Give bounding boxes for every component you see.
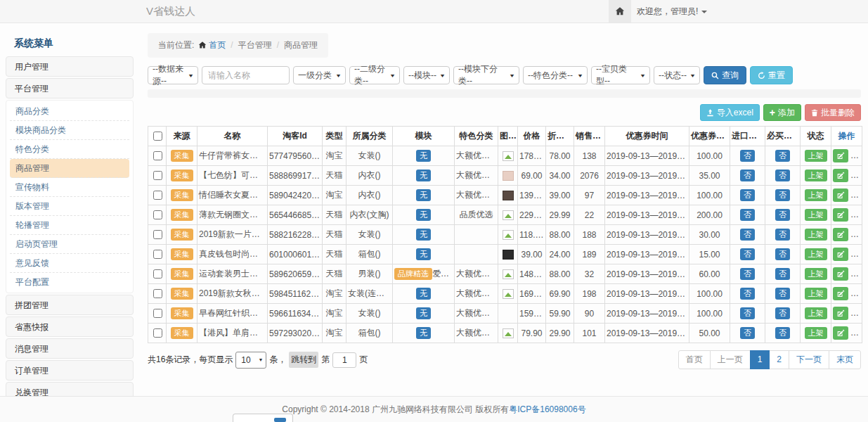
status-cell: 上架 [801, 205, 831, 225]
column-header: 优惠券金额 [689, 127, 730, 146]
user-menu[interactable]: 欢迎您，管理员! [637, 0, 707, 23]
edit-button[interactable] [833, 228, 848, 241]
sidebar-subitem[interactable]: 意见反馈 [10, 254, 129, 273]
sidebar-item[interactable]: 订单管理 [6, 360, 134, 381]
batch-delete-button[interactable]: 批量删除 [805, 104, 861, 121]
table-row: 采集情侣睡衣女夏丝绸男士...589042420344淘宝内衣()无大额优惠券1… [148, 186, 862, 205]
edit-button[interactable] [833, 287, 848, 300]
chevron-down-icon: ▼ [439, 73, 446, 78]
must-buy-badge[interactable]: 否 [775, 327, 790, 339]
import-optimal-badge[interactable]: 否 [740, 268, 755, 280]
must-buy-badge[interactable]: 否 [775, 288, 790, 300]
price-cell: 39.00 [518, 245, 546, 264]
must-buy-badge[interactable]: 否 [775, 307, 790, 319]
sidebar-subitem[interactable]: 模块商品分类 [10, 121, 129, 140]
add-button[interactable]: + 添加 [763, 104, 801, 121]
filter-select-module[interactable]: --模块--▼ [403, 66, 450, 84]
row-checkbox[interactable] [153, 309, 162, 318]
page-number-input[interactable] [332, 352, 356, 368]
edit-button[interactable] [833, 188, 848, 202]
search-button[interactable]: 查询 [704, 66, 746, 84]
edit-button[interactable] [833, 248, 848, 261]
import-optimal-badge[interactable]: 否 [740, 189, 755, 201]
pager-button-上一页[interactable]: 上一页 [710, 350, 751, 369]
must-buy-badge[interactable]: 否 [775, 268, 790, 280]
status-badge[interactable]: 上架 [805, 150, 827, 162]
pager-button-下一页[interactable]: 下一页 [789, 350, 829, 369]
filter-select-status[interactable]: --状态--▼ [654, 66, 700, 84]
reset-button[interactable]: 重置 [750, 66, 793, 84]
sidebar-item[interactable]: 消息管理 [6, 338, 134, 359]
sidebar-subitem[interactable]: 启动页管理 [10, 235, 129, 254]
pager-button-首页[interactable]: 首页 [678, 350, 711, 369]
sidebar-item[interactable]: 拼团管理 [6, 295, 134, 315]
sidebar-subitem[interactable]: 宣传物料 [10, 178, 129, 197]
import-optimal-badge[interactable]: 否 [740, 248, 755, 260]
import-optimal-badge[interactable]: 否 [740, 170, 755, 181]
filter-select-data-source[interactable]: --数据来源--▼ [148, 66, 198, 84]
icp-link[interactable]: 粤ICP备16098006号 [509, 404, 585, 414]
home-button[interactable] [609, 0, 631, 23]
import-optimal-badge[interactable]: 否 [740, 327, 755, 339]
sidebar-item[interactable]: 平台管理 [6, 78, 134, 98]
row-checkbox[interactable] [153, 210, 162, 219]
sidebar-subitem[interactable]: 特色分类 [10, 140, 129, 159]
status-badge[interactable]: 上架 [805, 288, 827, 300]
row-checkbox[interactable] [153, 171, 162, 180]
sidebar-subitem[interactable]: 商品管理 [10, 159, 129, 178]
import-optimal-badge[interactable]: 否 [740, 229, 755, 241]
price-cell: 178.00 [518, 146, 546, 166]
breadcrumb-home-link[interactable]: 首页 [209, 40, 226, 50]
filter-select-level2-category[interactable]: --二级分类--▼ [349, 66, 400, 84]
import-optimal-badge[interactable]: 否 [740, 307, 755, 319]
import-optimal-badge[interactable]: 否 [740, 209, 755, 221]
row-checkbox[interactable] [153, 328, 162, 338]
must-buy-badge[interactable]: 否 [775, 229, 790, 241]
sidebar-item[interactable]: 用户管理 [6, 56, 134, 77]
status-badge[interactable]: 上架 [805, 189, 827, 201]
status-badge[interactable]: 上架 [805, 209, 827, 221]
status-badge[interactable]: 上架 [805, 268, 827, 280]
status-badge[interactable]: 上架 [805, 170, 827, 181]
sidebar-subitem[interactable]: 平台配置 [10, 273, 129, 291]
must-buy-badge[interactable]: 否 [775, 150, 790, 162]
row-checkbox[interactable] [153, 230, 162, 239]
must-buy-badge[interactable]: 否 [775, 209, 790, 221]
filter-select-feature-category[interactable]: --特色分类--▼ [523, 66, 588, 84]
edit-button[interactable] [833, 307, 848, 320]
import-optimal-badge[interactable]: 否 [740, 150, 755, 162]
page-size-select[interactable]: 10 ▼ [235, 352, 266, 369]
row-checkbox[interactable] [153, 289, 162, 298]
sidebar-subitem[interactable]: 轮播管理 [10, 216, 129, 235]
filter-select-module-subcategory[interactable]: --模块下分类--▼ [453, 66, 519, 84]
pager-button-1[interactable]: 1 [750, 350, 770, 369]
filter-select-level1-category[interactable]: 一级分类▼ [293, 66, 346, 84]
must-buy-badge[interactable]: 否 [775, 170, 790, 181]
row-checkbox[interactable] [153, 151, 162, 160]
sidebar-item[interactable]: 省惠快报 [6, 316, 134, 337]
import-excel-button[interactable]: 导入excel [700, 104, 760, 121]
import-optimal-badge[interactable]: 否 [740, 288, 755, 300]
must-buy-badge[interactable]: 否 [775, 189, 790, 201]
sidebar-subitem[interactable]: 商品分类 [10, 102, 129, 121]
row-checkbox[interactable] [153, 250, 162, 259]
row-checkbox[interactable] [153, 191, 162, 200]
edit-button[interactable] [833, 208, 848, 222]
pager-button-2[interactable]: 2 [769, 350, 789, 369]
filter-select-item-type[interactable]: --宝贝类型--▼ [591, 66, 650, 84]
status-badge[interactable]: 上架 [805, 307, 827, 319]
pager-button-末页[interactable]: 末页 [829, 350, 861, 369]
edit-button[interactable] [833, 326, 848, 340]
name-search-input[interactable] [202, 66, 290, 84]
select-all-checkbox[interactable] [153, 132, 162, 141]
status-badge[interactable]: 上架 [805, 327, 827, 339]
row-checkbox[interactable] [153, 269, 162, 279]
status-badge[interactable]: 上架 [805, 248, 827, 260]
must-buy-badge[interactable]: 否 [775, 248, 790, 260]
edit-button[interactable] [833, 149, 848, 162]
sidebar-subitem[interactable]: 版本管理 [10, 197, 129, 216]
edit-button[interactable] [833, 267, 848, 281]
edit-button[interactable] [833, 169, 848, 182]
status-badge[interactable]: 上架 [805, 229, 827, 241]
source-cell: 采集 [167, 245, 197, 264]
